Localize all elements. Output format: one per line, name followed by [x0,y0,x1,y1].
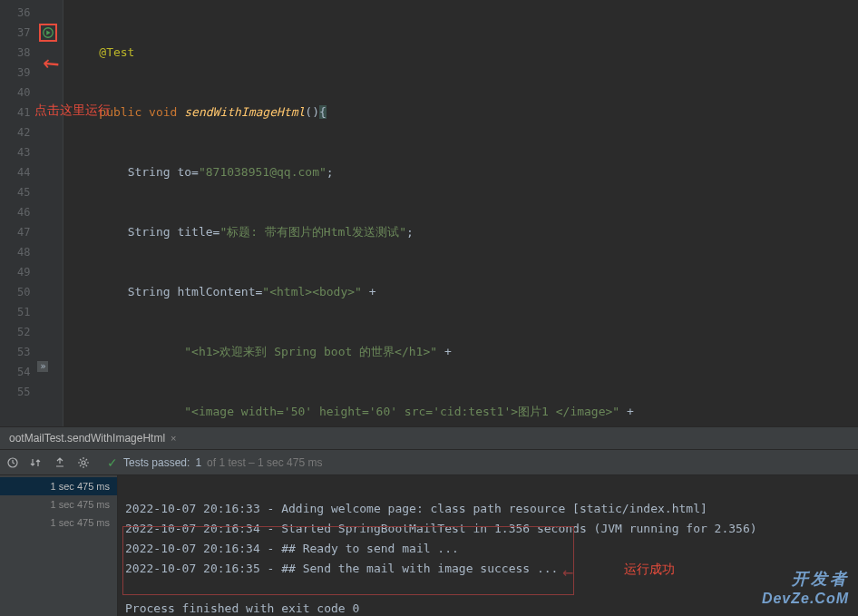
line-number: 51 [0,302,30,322]
line-number: 45 [0,182,30,202]
tests-passed-suffix: of 1 test – 1 sec 475 ms [207,456,322,469]
line-number: 42 [0,122,30,142]
string: "<html><body>" [262,285,362,298]
console-line: 2022-10-07 20:16:35 - ## Send the mail w… [125,562,558,575]
type: String [128,225,171,239]
semi: ; [327,165,334,179]
test-status: ✓ Tests passed: 1 of 1 test – 1 sec 475 … [107,455,322,470]
check-icon: ✓ [107,455,118,470]
op: + [437,345,452,358]
line-number: 37 [0,23,30,43]
annotation-arrow-icon: ← [562,562,573,582]
annotation-label: 点击这里运行 [34,103,111,119]
run-tab[interactable]: ootMailTest.sendWithImageHtml × [2,428,184,448]
code-content[interactable]: @Test public void sendWithImageHtml(){ S… [63,0,858,426]
tree-item[interactable]: 1 sec 475 ms [0,495,110,513]
semi: ; [406,225,414,239]
line-number: 43 [0,142,30,162]
tab-label: ootMailTest.sendWithImageHtml [9,432,165,445]
tree-item[interactable]: 1 sec 475 ms [0,513,110,532]
line-number: 38 [0,43,30,63]
line-number: 39 [0,63,30,83]
method-name: sendWithImageHtml [184,105,305,119]
line-number: 55 [0,382,30,402]
var: to= [171,165,199,179]
tests-passed-label: Tests passed: [123,456,190,469]
tests-passed-count: 1 [195,456,201,469]
type: String [128,285,171,298]
line-numbers: 36 37 38 39 40 41 42 43 44 45 46 47 48 4… [0,0,35,426]
svg-point-2 [82,461,85,464]
test-tree[interactable]: 1 sec 475 ms 1 sec 475 ms 1 sec 475 ms [0,475,118,616]
editor-gutter: 36 37 38 39 40 41 42 43 44 45 46 47 48 4… [0,0,63,426]
keyword: void [149,105,177,119]
test-toolbar: ✓ Tests passed: 1 of 1 test – 1 sec 475 … [0,450,858,475]
console-line: Process finished with exit code 0 [125,601,359,615]
code-editor: 36 37 38 39 40 41 42 43 44 45 46 47 48 4… [0,0,858,426]
tree-item[interactable]: 1 sec 475 ms [0,477,117,495]
string: "标题: 带有图片的Html发送测试" [219,225,406,239]
line-number: 46 [0,202,30,222]
sort-icon[interactable] [29,455,44,470]
var: htmlContent= [171,285,263,298]
line-number: 48 [0,242,30,262]
console-line: 2022-10-07 20:16:33 - Adding welcome pag… [125,502,707,515]
annotation: @Test [99,45,134,59]
history-icon[interactable] [5,455,20,470]
op: + [619,405,634,418]
annotation-label: 运行成功 [624,559,675,579]
line-number: 52 [0,322,30,342]
line-number: 40 [0,83,30,103]
line-number: 41 [0,103,30,122]
settings-gear-icon[interactable] [76,455,91,470]
console-line: 2022-10-07 20:16:34 - Started SpringBoot… [125,522,757,535]
line-number: 49 [0,262,30,282]
line-number: 50 [0,282,30,302]
op: + [362,285,376,298]
run-test-gutter-icon[interactable] [39,24,57,42]
string: "<image width='50' height='60' src='cid:… [184,405,619,418]
line-number: 44 [0,162,30,182]
line-number: 53 [0,342,30,362]
brace: { [319,105,327,119]
line-number: 36 [0,3,30,23]
console-line: 2022-10-07 20:16:34 - ## Ready to send m… [125,542,459,555]
annotation-highlight-box [122,526,574,595]
string: "<h1>欢迎来到 Spring boot 的世界</h1>" [184,345,437,358]
var: title= [171,225,220,239]
export-icon[interactable] [53,455,67,470]
string: "871038951@qq.com" [199,165,327,179]
line-number: 54 [0,362,30,382]
parens: () [305,105,319,119]
expand-chevron-icon[interactable]: » [37,361,48,372]
run-tab-bar: ootMailTest.sendWithImageHtml × [0,426,858,450]
console-output[interactable]: 2022-10-07 20:16:33 - Adding welcome pag… [118,475,858,616]
gutter-icon-column: » [35,0,63,426]
type: String [128,165,171,179]
console-area: 1 sec 475 ms 1 sec 475 ms 1 sec 475 ms 2… [0,475,858,616]
line-number: 47 [0,222,30,242]
close-icon[interactable]: × [171,433,176,444]
